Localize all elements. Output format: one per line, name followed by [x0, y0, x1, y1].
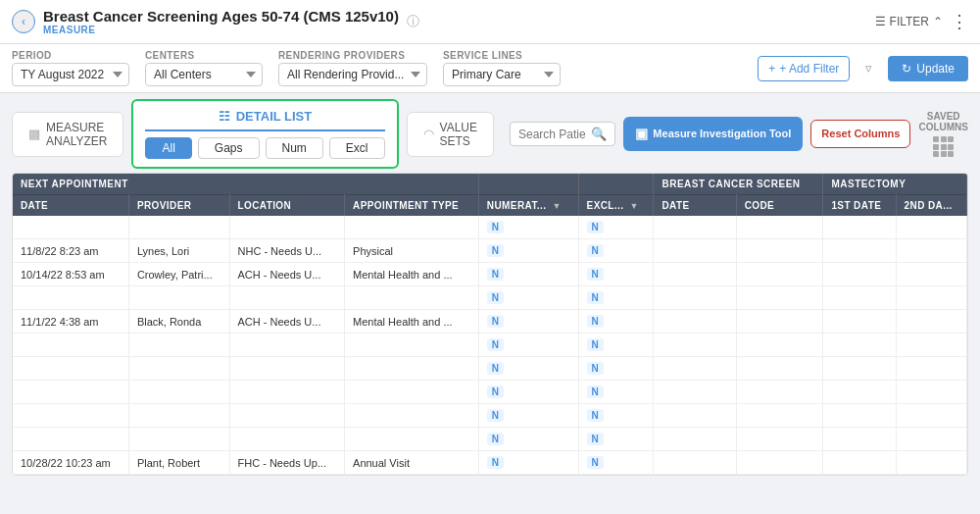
col-provider: PROVIDER [128, 195, 229, 217]
table-row: NN [13, 428, 967, 451]
data-table-wrapper[interactable]: NEXT APPOINTMENT BREAST CANCER SCREEN MA… [12, 173, 968, 476]
cell-location [229, 428, 345, 451]
detail-tab-gaps[interactable]: Gaps [198, 137, 260, 159]
more-options-button[interactable]: ⋮ [951, 11, 968, 32]
cell-location [229, 357, 345, 381]
cell-2nd-date [896, 334, 966, 357]
col-numerator[interactable]: NUMERAT... ▼ [478, 195, 578, 217]
title-block: Breast Cancer Screening Ages 50-74 (CMS … [43, 8, 399, 35]
cell-bc-date [654, 357, 736, 381]
centers-filter-group: CENTERS All Centers [145, 50, 263, 86]
group-empty [478, 174, 578, 195]
add-filter-button[interactable]: + + Add Filter [758, 56, 850, 81]
cell-2nd-date [896, 381, 966, 404]
period-filter-group: PERIOD TY August 2022 [12, 50, 129, 86]
cell-excl: N [578, 428, 654, 451]
cell-num: N [478, 357, 578, 381]
reset-columns-button[interactable]: Reset Columns [810, 120, 910, 147]
cell-1st-date [823, 357, 896, 381]
search-input[interactable] [518, 128, 585, 141]
refresh-icon: ↻ [902, 62, 911, 76]
rendering-filter-group: RENDERING PROVIDERS All Rendering Provid… [278, 50, 427, 86]
col-excl[interactable]: EXCL... ▼ [578, 195, 654, 217]
detail-tab-num[interactable]: Num [266, 137, 323, 159]
table-row: NN [13, 334, 967, 357]
cell-location [229, 381, 345, 404]
filter-button[interactable]: ☰ FILTER ⌃ [875, 15, 943, 28]
cell-date [13, 428, 128, 451]
back-button[interactable]: ‹ [12, 10, 35, 33]
measure-investigation-button[interactable]: ▣ Measure Investigation Tool [623, 117, 803, 150]
cell-1st-date [823, 404, 896, 428]
group-mastectomy: MASTECTOMY [823, 174, 967, 195]
cell-2nd-date [896, 286, 966, 310]
centers-select[interactable]: All Centers [145, 63, 263, 86]
cell-bc-date [654, 310, 736, 334]
cell-location: NHC - Needs U... [229, 239, 345, 263]
cell-provider: Lynes, Lori [128, 239, 229, 263]
cell-bc-date [654, 263, 736, 286]
table-body: NN11/8/22 8:23 amLynes, LoriNHC - Needs … [13, 216, 967, 475]
info-icon[interactable]: ⓘ [407, 13, 419, 30]
cell-excl: N [578, 239, 654, 263]
col-date: DATE [13, 195, 128, 217]
cell-bc-code [736, 310, 823, 334]
cell-1st-date [823, 239, 896, 263]
cell-appt-type [345, 428, 479, 451]
detail-tab-all[interactable]: All [145, 137, 191, 159]
cell-provider [128, 286, 229, 310]
cell-1st-date [823, 428, 896, 451]
cell-date: 10/28/22 10:23 am [13, 451, 128, 475]
cell-bc-code [736, 263, 823, 286]
service-filter-group: SERVICE LINES Primary Care [443, 50, 561, 86]
service-select[interactable]: Primary Care [443, 63, 561, 86]
globe-icon: ◠ [423, 127, 434, 141]
filter-label: FILTER [890, 15, 929, 28]
tab-measure-analyzer[interactable]: ▩ MEASURE ANALYZER [12, 112, 123, 157]
cell-date: 11/8/22 8:23 am [13, 239, 128, 263]
cell-location: ACH - Needs U... [229, 310, 345, 334]
bar-chart-icon: ▩ [28, 127, 40, 141]
cell-num: N [478, 451, 578, 475]
cell-appt-type [345, 334, 479, 357]
cell-num: N [478, 428, 578, 451]
cell-2nd-date [896, 404, 966, 428]
tabs-actions-row: ▩ MEASURE ANALYZER ☷ DETAIL LIST All Gap… [0, 93, 980, 173]
cell-num: N [478, 404, 578, 428]
rendering-label: RENDERING PROVIDERS [278, 50, 427, 61]
filter-icon: ☰ [875, 15, 886, 28]
cell-excl: N [578, 286, 654, 310]
cell-bc-date [654, 216, 736, 239]
cell-excl: N [578, 216, 654, 239]
table-row: 10/14/22 8:53 amCrowley, Patri...ACH - N… [13, 263, 967, 286]
investigation-icon: ▣ [635, 125, 648, 142]
update-button[interactable]: ↻ Update [888, 56, 968, 81]
cell-excl: N [578, 404, 654, 428]
list-icon: ☷ [219, 109, 230, 124]
col-location: LOCATION [229, 195, 345, 217]
tab-value-sets[interactable]: ◠ VALUE SETS [407, 112, 494, 157]
cell-excl: N [578, 310, 654, 334]
period-select[interactable]: TY August 2022 [12, 63, 129, 86]
measure-subtitle: MEASURE [43, 25, 399, 35]
cell-num: N [478, 334, 578, 357]
cell-provider: Plant, Robert [128, 451, 229, 475]
detail-list-label: DETAIL LIST [236, 109, 313, 124]
cell-bc-date [654, 451, 736, 475]
rendering-select[interactable]: All Rendering Provid... [278, 63, 427, 86]
cell-provider [128, 334, 229, 357]
detail-tab-excl[interactable]: Excl [329, 137, 385, 159]
tab-detail-list[interactable]: ☷ DETAIL LIST All Gaps Num Excl [131, 99, 398, 169]
cell-date: 11/1/22 4:38 am [13, 310, 128, 334]
detail-tabs: All Gaps Num Excl [145, 137, 384, 159]
centers-label: CENTERS [145, 50, 263, 61]
cell-provider: Crowley, Patri... [128, 263, 229, 286]
cell-bc-code [736, 216, 823, 239]
measure-analyzer-label: MEASURE ANALYZER [46, 121, 107, 148]
col-1st-date: 1ST DATE [823, 195, 896, 217]
funnel-icon[interactable]: ▿ [865, 61, 872, 76]
cell-1st-date [823, 381, 896, 404]
saved-columns-area[interactable]: SAVED COLUMNS [918, 111, 968, 157]
table-row: NN [13, 357, 967, 381]
cell-date [13, 216, 128, 239]
